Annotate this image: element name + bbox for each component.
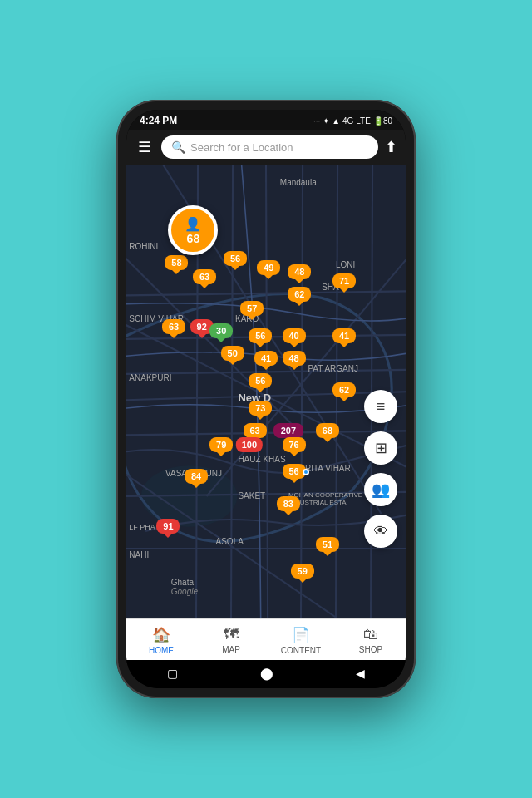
map-eye-button[interactable]: 👁: [364, 515, 397, 548]
map-label-loni: LONI: [336, 260, 355, 269]
search-placeholder: Search for a Location: [190, 141, 293, 154]
search-icon: 🔍: [171, 140, 185, 154]
nav-content[interactable]: 📄 CONTENT: [266, 619, 336, 660]
nav-home[interactable]: 🏠 HOME: [126, 619, 196, 660]
android-home-btn[interactable]: ⬤: [260, 667, 273, 680]
android-back-btn[interactable]: ◀: [356, 667, 365, 680]
android-nav-bar: ▢ ⬤ ◀: [126, 660, 406, 688]
aqi-marker[interactable]: 56: [249, 328, 272, 343]
aqi-marker[interactable]: 30: [209, 323, 233, 338]
people-icon: 👥: [372, 480, 390, 499]
aqi-marker[interactable]: 76: [283, 437, 306, 452]
content-icon: 📄: [292, 626, 310, 644]
map-list-button[interactable]: ≡: [364, 390, 397, 423]
nav-map[interactable]: 🗺 MAP: [196, 619, 266, 660]
aqi-marker[interactable]: 58: [165, 255, 188, 270]
aqi-marker-68[interactable]: 68: [316, 423, 339, 438]
android-recent-btn[interactable]: ▢: [167, 667, 178, 680]
aqi-marker[interactable]: 71: [332, 273, 356, 288]
bottom-nav: 🏠 HOME 🗺 MAP 📄 CONTENT 🛍 SHOP: [126, 618, 406, 660]
list-icon: ≡: [377, 398, 386, 416]
map-label-saket: SAKET: [238, 491, 265, 500]
status-time: 4:24 PM: [140, 115, 177, 126]
aqi-marker[interactable]: 63: [162, 319, 185, 334]
aqi-marker[interactable]: 59: [291, 564, 314, 579]
aqi-marker[interactable]: 63: [193, 269, 216, 284]
map-people-button[interactable]: 👥: [364, 473, 397, 506]
aqi-marker-207[interactable]: 207: [273, 423, 303, 438]
bluetooth-icon: ✦: [323, 116, 329, 126]
aqi-marker[interactable]: 48: [288, 264, 311, 279]
map-label-anakpuri: ANAKPURI: [129, 373, 171, 382]
nav-content-label: CONTENT: [281, 646, 321, 655]
status-bar: 4:24 PM ··· ✦ ▲ 4G LTE 🔋80: [126, 110, 406, 130]
aqi-marker[interactable]: 48: [283, 351, 306, 366]
map-label-mandaula: Mandaula: [280, 178, 317, 187]
aqi-marker[interactable]: 62: [332, 382, 356, 397]
nav-home-label: HOME: [149, 646, 174, 655]
phone-frame: 4:24 PM ··· ✦ ▲ 4G LTE 🔋80 ☰ 🔍 Search fo…: [116, 100, 416, 698]
home-icon: 🏠: [152, 626, 170, 644]
map-label-hauzkhas: HAUZ KHAS: [238, 455, 285, 464]
nav-map-label: MAP: [222, 645, 240, 654]
map-label-ghata: Ghata: [171, 578, 194, 587]
aqi-marker[interactable]: 56: [224, 251, 247, 266]
map-label-rohini: ROHINI: [129, 242, 158, 251]
map-label-asola: ASOLA: [216, 537, 244, 546]
location-dot: [303, 469, 309, 475]
battery-icon: 🔋80: [373, 116, 392, 126]
nav-shop[interactable]: 🛍 SHOP: [336, 619, 406, 660]
share-icon[interactable]: ⬆: [385, 138, 397, 156]
layers-icon: ⊞: [375, 439, 387, 457]
aqi-marker[interactable]: 49: [257, 260, 280, 275]
aqi-marker[interactable]: 84: [185, 469, 208, 484]
eye-icon: 👁: [373, 523, 388, 540]
status-icons: ··· ✦ ▲ 4G LTE 🔋80: [313, 116, 392, 126]
aqi-marker[interactable]: 40: [283, 328, 306, 343]
shop-icon: 🛍: [363, 626, 378, 643]
map-icon: 🗺: [224, 626, 239, 643]
map-layers-button[interactable]: ⊞: [364, 431, 397, 465]
aqi-marker[interactable]: 63: [244, 423, 267, 438]
aqi-marker[interactable]: 83: [277, 496, 300, 511]
hamburger-menu-icon[interactable]: ☰: [135, 135, 155, 160]
aqi-marker[interactable]: 62: [288, 287, 311, 302]
signal-dots: ···: [313, 116, 320, 126]
signal-4g: ▲ 4G: [332, 116, 353, 126]
phone-screen: 4:24 PM ··· ✦ ▲ 4G LTE 🔋80 ☰ 🔍 Search fo…: [126, 110, 406, 688]
search-bar: ☰ 🔍 Search for a Location ⬆: [126, 130, 406, 165]
aqi-marker[interactable]: 73: [249, 401, 272, 416]
user-person-icon: 👤: [185, 216, 201, 232]
nav-shop-label: SHOP: [359, 645, 382, 654]
aqi-marker[interactable]: 50: [221, 346, 244, 361]
map-label-nahi: NAHI: [129, 550, 149, 559]
aqi-marker-100[interactable]: 100: [236, 437, 263, 452]
search-input-container[interactable]: 🔍 Search for a Location: [161, 135, 378, 159]
aqi-marker[interactable]: 57: [240, 301, 264, 316]
map-label-google: Google: [171, 587, 198, 596]
aqi-marker[interactable]: 79: [209, 437, 233, 452]
map-label-patarganj: PAT ARGANJ: [308, 364, 358, 373]
aqi-marker[interactable]: 51: [316, 537, 339, 552]
user-aqi-value: 68: [187, 232, 200, 245]
map-container[interactable]: Mandaula ROHINI LONI SHA SCHIM VIHAR KAR…: [126, 165, 406, 618]
aqi-marker-91[interactable]: 91: [156, 519, 180, 534]
aqi-marker[interactable]: 41: [332, 328, 356, 343]
aqi-marker[interactable]: 56: [249, 373, 272, 388]
aqi-marker[interactable]: 41: [254, 351, 278, 366]
lte-icon: LTE: [356, 116, 371, 126]
